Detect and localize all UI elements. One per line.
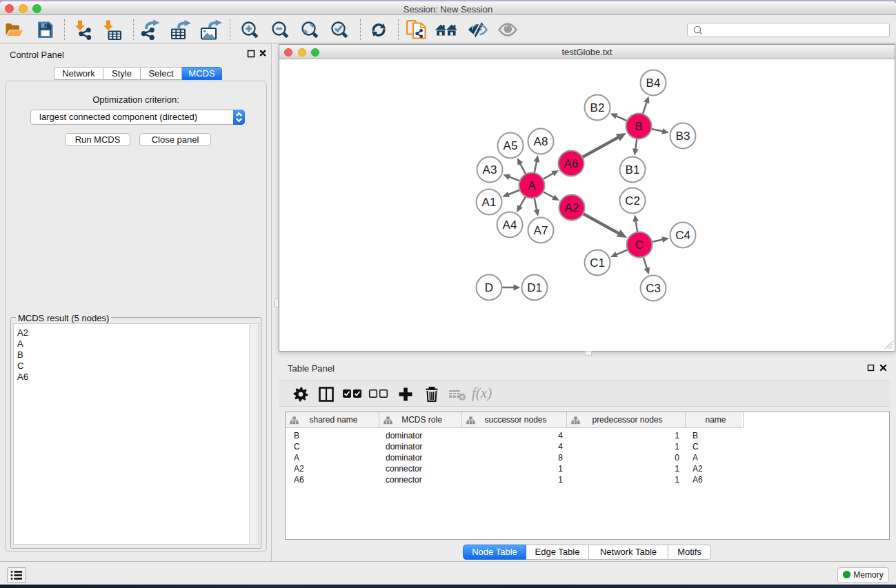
svg-text:C4: C4 bbox=[675, 229, 690, 242]
svg-text:A: A bbox=[528, 179, 536, 192]
svg-text:B4: B4 bbox=[646, 77, 661, 90]
svg-text:A4: A4 bbox=[503, 219, 517, 232]
svg-text:C2: C2 bbox=[625, 194, 640, 207]
svg-text:A3: A3 bbox=[483, 163, 497, 176]
svg-text:D: D bbox=[485, 281, 493, 294]
svg-text:A6: A6 bbox=[564, 157, 579, 170]
svg-text:B2: B2 bbox=[590, 101, 605, 114]
svg-text:A1: A1 bbox=[482, 196, 497, 209]
svg-text:A5: A5 bbox=[504, 139, 518, 152]
svg-text:A2: A2 bbox=[565, 201, 579, 214]
svg-text:D1: D1 bbox=[527, 281, 542, 294]
svg-text:C1: C1 bbox=[590, 256, 605, 270]
svg-text:C3: C3 bbox=[646, 282, 661, 295]
svg-text:B3: B3 bbox=[676, 130, 690, 143]
svg-text:A7: A7 bbox=[534, 224, 548, 237]
svg-text:C: C bbox=[635, 239, 644, 252]
svg-text:B1: B1 bbox=[626, 163, 640, 176]
svg-text:A8: A8 bbox=[534, 135, 548, 148]
svg-text:B: B bbox=[635, 120, 642, 133]
